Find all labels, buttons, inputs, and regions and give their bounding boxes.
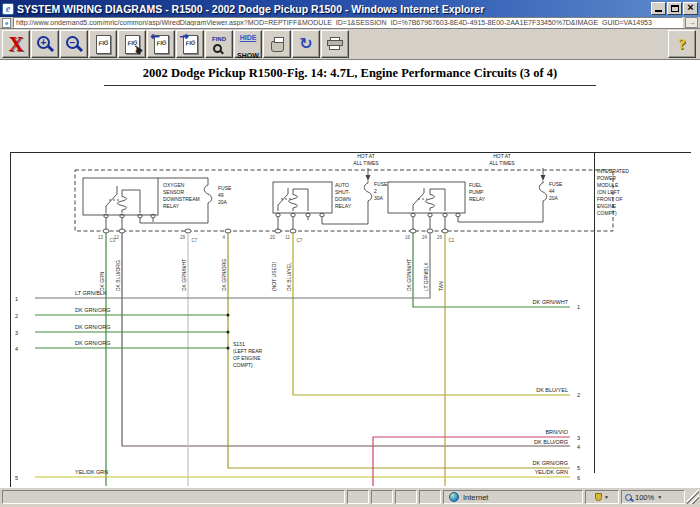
- wiring-diagram: HOT AT ALL TIMES HOT AT ALL TIMES: [0, 147, 700, 487]
- svg-text:RELAY: RELAY: [469, 196, 486, 202]
- row-label: YEL/DK GRN: [75, 469, 108, 475]
- svg-text:DOWNSTREAM: DOWNSTREAM: [163, 196, 200, 202]
- row-label: BRN/VIO: [545, 429, 568, 435]
- svg-text:ENGINE: ENGINE: [597, 203, 617, 209]
- refresh-button[interactable]: ↻: [292, 30, 320, 58]
- magnifier-plus-icon: +: [37, 36, 50, 49]
- page-zoom-control[interactable]: 100% ▼: [621, 490, 685, 504]
- wire-dk-blu-yel: [293, 233, 570, 395]
- splice-s131: S131 (LEFT REAR OF ENGINE COMPT): [227, 314, 263, 369]
- pin-label: 13: [98, 235, 104, 240]
- resize-grip[interactable]: [687, 490, 699, 504]
- figure-select-button[interactable]: FIG ☚: [118, 30, 146, 58]
- fuse44-label: FUSE: [549, 181, 563, 187]
- svg-text:RELAY: RELAY: [163, 203, 180, 209]
- viewer-content: 2002 Dodge Pickup R1500-Fig. 14: 4.7L, E…: [0, 60, 700, 487]
- previous-figure-button[interactable]: FIG ←: [147, 30, 175, 58]
- hot-label: HOT AT: [357, 153, 375, 159]
- row-num: 5: [15, 475, 18, 481]
- oxygen-sensor-downstream-relay-box: [83, 178, 158, 215]
- pin-label: 11: [285, 235, 290, 240]
- svg-text:POWER: POWER: [597, 175, 616, 181]
- relay3-label: FUEL: [469, 182, 482, 188]
- help-icon: ?: [678, 37, 686, 52]
- pin-label: 29: [180, 235, 186, 240]
- fuse2-label: FUSE: [374, 181, 388, 187]
- svg-text:20A: 20A: [549, 195, 559, 201]
- minimize-button[interactable]: [651, 2, 666, 15]
- hide-show-button[interactable]: HIDE SHOW: [234, 30, 262, 58]
- close-viewer-button[interactable]: X: [2, 30, 30, 58]
- svg-text:DOWN: DOWN: [335, 196, 351, 202]
- row-num: 5: [577, 465, 580, 471]
- fuel-pump-relay-box: [388, 182, 465, 213]
- svg-text:(LEFT REAR: (LEFT REAR: [233, 348, 262, 354]
- drop-wire-labels: DK GRN 13 C3 DK BLU/ORG 12 DK GRN/WHT 29…: [98, 235, 455, 292]
- fuse49-label: FUSE: [218, 185, 232, 191]
- hot-label: ALL TIMES: [489, 160, 515, 166]
- wire-dk-grn-org-splice: [228, 233, 570, 468]
- zoom-out-button[interactable]: −: [60, 30, 88, 58]
- wire-label: LT GRN/BLK: [423, 262, 429, 291]
- svg-text:SHUT-: SHUT-: [335, 189, 350, 195]
- connector-ref: C7: [297, 238, 303, 243]
- print-setup-icon: [271, 41, 284, 52]
- svg-text:COMPT): COMPT): [597, 210, 617, 216]
- status-pane: [419, 490, 441, 504]
- close-icon: ×: [687, 2, 693, 13]
- relay1-label: OXYGEN: [163, 182, 185, 188]
- wire-label: (NOT USED): [271, 262, 277, 291]
- red-x-icon: X: [8, 34, 23, 55]
- zoom-magnifier-icon: [625, 494, 632, 501]
- row-num: 2: [577, 392, 580, 398]
- left-row-labels: 1 LT GRN/BLK 2 DK GRN/ORG 3 DK GRN/ORG 4…: [15, 290, 110, 481]
- hot-label: HOT AT: [493, 153, 511, 159]
- help-button[interactable]: ?: [668, 30, 696, 58]
- wire-label: TAN: [438, 281, 444, 291]
- find-magnifier-icon: FIND: [212, 36, 226, 53]
- wire-dk-blu-org: [122, 233, 570, 446]
- figure-list-button[interactable]: FIG: [89, 30, 117, 58]
- pin-label: 24: [422, 235, 428, 240]
- row-num: 1: [15, 296, 18, 302]
- figure-title: 2002 Dodge Pickup R1500-Fig. 14: 4.7L, E…: [0, 66, 700, 81]
- wire-label: DK GRN/WHT: [181, 259, 187, 291]
- chevron-down-icon: ▼: [604, 494, 609, 500]
- printer-icon: [327, 37, 344, 51]
- protected-mode-pane[interactable]: ▼: [585, 490, 619, 504]
- row-label: DK BLU/ORG: [534, 439, 568, 445]
- arrow-right-icon: →: [179, 31, 188, 42]
- row-num: 6: [577, 475, 580, 481]
- print-button[interactable]: [321, 30, 349, 58]
- row-label: DK GRN/ORG: [75, 307, 110, 313]
- zoom-in-button[interactable]: +: [31, 30, 59, 58]
- address-input[interactable]: [13, 17, 683, 28]
- svg-text:PUMP: PUMP: [469, 189, 484, 195]
- restore-button[interactable]: [667, 2, 682, 15]
- row-label: YEL/DK GRN: [535, 469, 568, 475]
- fuse-2-symbol: [364, 181, 372, 224]
- row-num: 1: [577, 304, 580, 310]
- pin-label: 4: [222, 235, 225, 240]
- row-num: 2: [15, 313, 18, 319]
- splice-label: S131: [233, 341, 245, 347]
- row-label: LT GRN/BLK: [75, 290, 107, 296]
- svg-text:30A: 30A: [374, 195, 384, 201]
- status-pane: [395, 490, 417, 504]
- wire-label: DK GRN/WHT: [406, 259, 412, 291]
- print-setup-button[interactable]: [263, 30, 291, 58]
- find-button[interactable]: FIND: [205, 30, 233, 58]
- close-button[interactable]: ×: [683, 2, 698, 15]
- next-figure-button[interactable]: FIG →: [176, 30, 204, 58]
- relay2-label: AUTO: [335, 182, 349, 188]
- hide-label: HIDE: [240, 34, 257, 41]
- svg-text:44: 44: [549, 188, 555, 194]
- pin-label: 26: [437, 235, 443, 240]
- title-divider: [104, 85, 596, 86]
- refresh-icon: ↻: [299, 36, 312, 52]
- go-button[interactable]: →: [685, 17, 698, 28]
- row-num: 3: [15, 330, 18, 336]
- arrow-left-icon: ←: [150, 31, 159, 42]
- pin-label: 16: [405, 235, 411, 240]
- wire-label: DK GRN: [99, 271, 105, 291]
